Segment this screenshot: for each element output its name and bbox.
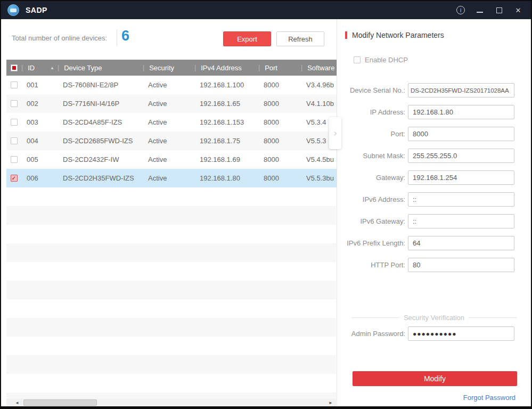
- horizontal-scrollbar[interactable]: ◄ ►: [6, 398, 336, 407]
- table-row[interactable]: 005 DS-2CD2432F-IW Active 192.168.1.69 8…: [6, 150, 337, 169]
- about-button[interactable]: i: [453, 4, 468, 17]
- subnet-mask-input[interactable]: [408, 149, 514, 163]
- cell-device-type: DS-2CD2685FWD-IZS: [58, 137, 143, 145]
- cell-software: V5.5.3bu: [301, 174, 337, 182]
- close-icon: ✕: [515, 6, 521, 14]
- forgot-password-link[interactable]: Forgot Password: [463, 394, 515, 402]
- scroll-right-arrow[interactable]: ►: [326, 398, 335, 407]
- column-header-device-type[interactable]: |Device Type: [58, 60, 143, 76]
- table-row[interactable]: 002 DS-7716NI-I4/16P Active 192.168.1.65…: [6, 94, 337, 113]
- scrollbar-thumb[interactable]: [23, 399, 97, 406]
- cell-security: Active: [143, 137, 194, 145]
- sadp-logo-icon: [7, 4, 19, 16]
- cell-id: 005: [21, 156, 58, 163]
- table-row[interactable]: 003 DS-2CD4A85F-IZS Active 192.168.1.153…: [6, 113, 337, 132]
- cell-ipv4: 192.168.1.65: [194, 100, 258, 108]
- minimize-button[interactable]: [472, 4, 487, 17]
- cell-ipv4: 192.168.1.69: [194, 156, 258, 163]
- cell-device-type: DS-7716NI-I4/16P: [58, 100, 143, 108]
- column-divider: |: [194, 64, 196, 71]
- field-label-ip: IP Address:: [337, 108, 408, 116]
- row-checkbox[interactable]: [11, 81, 18, 88]
- enable-dhcp-label: Enable DHCP: [365, 56, 408, 64]
- column-divider: |: [58, 64, 59, 71]
- cell-security: Active: [143, 100, 194, 108]
- cell-id: 006: [21, 174, 58, 182]
- field-label-serial: Device Serial No.:: [337, 86, 408, 94]
- table-row[interactable]: 001 DS-7608NI-E2/8P Active 192.168.1.100…: [6, 76, 337, 94]
- column-header-security[interactable]: |Security: [143, 60, 194, 76]
- maximize-button[interactable]: [492, 4, 506, 17]
- cell-security: Active: [143, 81, 194, 89]
- total-devices-label: Total number of online devices:: [12, 34, 107, 42]
- cell-security: Active: [143, 156, 194, 163]
- cell-port: 8000: [258, 156, 301, 163]
- port-input[interactable]: [408, 127, 514, 141]
- cell-port: 8000: [258, 118, 301, 126]
- network-form: Device Serial No.: IP Address: Port: Sub…: [337, 83, 531, 272]
- field-label-subnet: Subnet Mask:: [337, 152, 408, 160]
- cell-port: 8000: [258, 81, 301, 89]
- maximize-icon: [496, 7, 502, 13]
- column-header-port[interactable]: |Port: [258, 60, 301, 76]
- table-row-selected[interactable]: ✓ 006 DS-2CD2H35FWD-IZS Active 192.168.1…: [6, 169, 337, 187]
- cell-port: 8000: [258, 174, 301, 182]
- titlebar: SADP i ✕: [1, 1, 531, 19]
- cell-ipv4: 192.168.1.100: [194, 81, 258, 89]
- cell-security: Active: [143, 118, 194, 126]
- cell-id: 001: [21, 81, 58, 89]
- cell-software: V3.4.96b: [301, 81, 337, 89]
- admin-password-input[interactable]: [408, 326, 514, 341]
- select-all-checkbox[interactable]: [11, 64, 18, 71]
- app-window: SADP i ✕ Total number of online devices:…: [0, 0, 532, 409]
- field-label-ipv6-address: IPv6 Address:: [337, 195, 408, 203]
- cell-ipv4: 192.168.1.75: [194, 137, 258, 145]
- cell-device-type: DS-2CD2H35FWD-IZS: [58, 174, 143, 182]
- http-port-input[interactable]: [408, 258, 514, 272]
- row-checkbox[interactable]: ✓: [11, 175, 18, 182]
- field-label-http-port: HTTP Port:: [337, 261, 408, 269]
- scroll-left-arrow[interactable]: ◄: [13, 398, 21, 407]
- row-checkbox[interactable]: [11, 119, 18, 126]
- column-header-id[interactable]: |ID▲: [21, 60, 58, 76]
- minimize-icon: [477, 7, 483, 13]
- title-accent-bar: [345, 31, 347, 39]
- field-label-gateway: Gateway:: [337, 174, 408, 182]
- cell-device-type: DS-2CD2432F-IW: [58, 156, 143, 163]
- gateway-input[interactable]: [408, 170, 514, 185]
- modify-network-panel: Modify Network Parameters Enable DHCP De…: [337, 19, 531, 406]
- table-header: |ID▲ |Device Type |Security |IPv4 Addres…: [6, 60, 337, 76]
- column-header-ipv4[interactable]: |IPv4 Address: [194, 60, 258, 76]
- refresh-button[interactable]: Refresh: [276, 31, 324, 46]
- table-row[interactable]: 004 DS-2CD2685FWD-IZS Active 192.168.1.7…: [6, 132, 337, 150]
- device-count: 6: [121, 28, 129, 44]
- modify-button[interactable]: Modify: [353, 371, 517, 386]
- security-verification-divider: Security Verification: [351, 314, 517, 322]
- panel-expand-handle[interactable]: ›: [329, 117, 341, 149]
- sort-asc-icon: ▲: [50, 66, 54, 70]
- close-button[interactable]: ✕: [511, 4, 526, 17]
- ipv6-address-input[interactable]: [408, 192, 514, 207]
- cell-ipv4: 192.168.1.153: [194, 118, 258, 126]
- column-header-software[interactable]: |Software: [301, 60, 337, 76]
- chevron-right-icon: ›: [334, 128, 337, 138]
- serial-number-input[interactable]: [408, 83, 514, 97]
- export-button[interactable]: Export: [223, 31, 271, 46]
- ipv6-gateway-input[interactable]: [408, 214, 514, 228]
- ipv6-prefix-length-input[interactable]: [408, 236, 514, 250]
- field-label-ipv6-gateway: IPv6 Gateway:: [337, 217, 408, 225]
- admin-password-label: Admin Password:: [337, 330, 408, 338]
- field-label-port: Port:: [337, 130, 408, 138]
- enable-dhcp-checkbox[interactable]: [354, 56, 361, 63]
- row-checkbox[interactable]: [11, 100, 18, 107]
- cell-security: Active: [143, 174, 194, 182]
- panel-title: Modify Network Parameters: [345, 31, 444, 39]
- cell-software: V4.1.10b: [301, 100, 337, 108]
- check-icon: ✓: [12, 176, 16, 181]
- cell-device-type: DS-2CD4A85F-IZS: [58, 118, 143, 126]
- column-divider: |: [143, 64, 144, 71]
- ip-address-input[interactable]: [408, 105, 514, 119]
- row-checkbox[interactable]: [11, 156, 18, 163]
- cell-id: 003: [21, 118, 58, 126]
- row-checkbox[interactable]: [11, 137, 18, 144]
